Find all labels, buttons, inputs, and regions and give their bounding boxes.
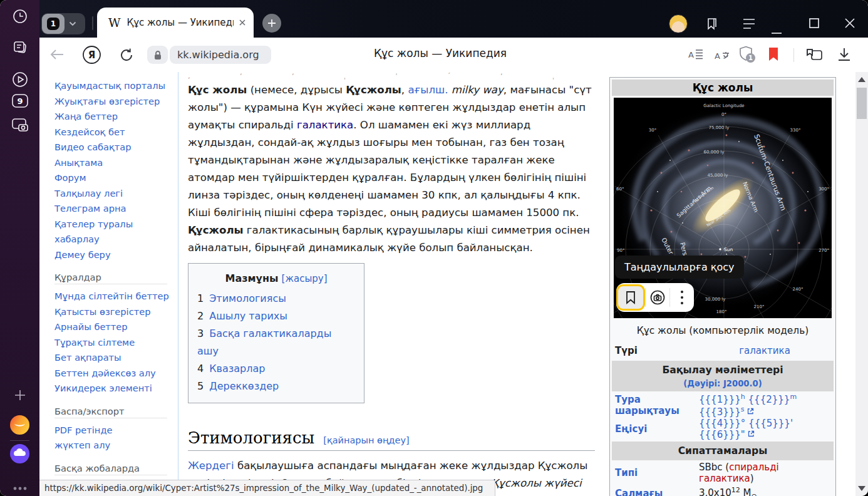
reader-mode-icon[interactable]: A xyxy=(688,48,703,63)
yandex-button[interactable]: Я xyxy=(82,45,101,67)
nav-link[interactable]: Форум xyxy=(54,170,181,186)
browser-toolbar: Я kk.wikipedia.org Құс жолы — Уикипедия … xyxy=(39,38,868,72)
translate-icon[interactable]: A xyxy=(715,48,731,63)
nav-link[interactable]: Уикидерек элементі xyxy=(54,381,181,396)
nav-link[interactable]: Кездейсоқ бет xyxy=(54,125,181,140)
row-label-link[interactable]: Тура шарықтауы xyxy=(615,394,693,416)
tabs-counter-icon[interactable]: 9 xyxy=(0,90,39,112)
edit-section-link[interactable]: [қайнарын өңдеу] xyxy=(323,435,409,445)
external-link-icon[interactable] xyxy=(748,430,755,437)
toc-item: 3Басқа галактикаларды ашу xyxy=(197,325,355,360)
scroll-down-arrow[interactable] xyxy=(858,486,865,491)
history-icon[interactable] xyxy=(0,5,39,28)
reload-button[interactable] xyxy=(118,47,135,66)
section-heading: Этимологиясы[қайнарын өңдеу] xyxy=(188,428,595,451)
galaxy-ring-label: 60,000 ly xyxy=(704,150,725,155)
bookmark-icon xyxy=(625,291,636,304)
galaxy-label: 60° xyxy=(616,187,624,192)
nav-section-tools: Құралдар xyxy=(54,272,167,284)
maximize-button[interactable] xyxy=(809,18,820,31)
galaxy-label: 210° xyxy=(754,304,765,309)
toc-hide-link[interactable]: [жасыру] xyxy=(282,273,328,284)
downloads-icon[interactable] xyxy=(837,48,851,65)
tab-panel-icon[interactable] xyxy=(805,47,824,66)
nav-link[interactable]: PDF ретінде жүктеп алу xyxy=(54,423,150,453)
nav-link[interactable]: Анықтама xyxy=(54,155,181,171)
tab-close-icon[interactable] xyxy=(239,19,246,26)
add-to-favorites-tooltip: Таңдаулыларға қосу xyxy=(615,256,744,279)
yandex-disk-icon[interactable] xyxy=(0,442,39,465)
nav-link[interactable]: Қателер туралы хабарлау xyxy=(54,217,150,247)
close-button[interactable] xyxy=(844,17,856,32)
mass-unit: M xyxy=(743,487,752,496)
browser-tab-active[interactable]: W Құс жолы — Уикипедия xyxy=(97,8,254,38)
site-security-lock[interactable] xyxy=(147,46,168,64)
toc-link[interactable]: Дереккөздер xyxy=(209,380,279,392)
adblock-shield-icon[interactable]: 1 xyxy=(738,46,753,65)
mass-exponent: 12 xyxy=(731,486,740,494)
nav-link[interactable]: Талқылау легі xyxy=(54,186,181,202)
epoch-link[interactable]: (Дәуірі: J2000.0) xyxy=(612,378,834,390)
toc-link[interactable]: Этимологиясы xyxy=(209,292,286,304)
row-label-link[interactable]: Еңісуі xyxy=(615,423,693,435)
toc-item: 5Дереккөздер xyxy=(197,378,355,395)
row-label-link[interactable]: Типі xyxy=(615,467,693,478)
scrollbar-thumb[interactable] xyxy=(857,88,867,119)
minimize-button[interactable] xyxy=(771,25,782,37)
external-link-icon[interactable] xyxy=(747,408,754,415)
toc-link[interactable]: Ашылу тарихы xyxy=(209,310,287,322)
wiki-link-visited[interactable]: галактика xyxy=(297,119,353,131)
nav-link[interactable]: Қауымдастық порталы xyxy=(54,78,181,94)
tab-group-chip[interactable]: 1 xyxy=(41,13,85,34)
bookmark-flag-icon[interactable] xyxy=(768,48,778,64)
screenshot-icon[interactable] xyxy=(0,114,39,137)
menu-icon[interactable] xyxy=(742,18,756,32)
bookmarks-panel-icon[interactable] xyxy=(705,16,720,34)
galaxy-sun-label: Sun xyxy=(724,247,733,252)
image-more-button[interactable] xyxy=(670,283,694,312)
back-button[interactable] xyxy=(49,48,65,63)
notes-icon[interactable] xyxy=(0,36,39,58)
tabs-count-badge: 9 xyxy=(17,96,23,106)
toc-link[interactable]: Басқа галактикаларды ашу xyxy=(197,328,331,357)
galaxy-link[interactable]: галактика xyxy=(739,345,790,356)
kebab-menu-icon xyxy=(680,290,684,305)
address-bar[interactable]: kk.wikipedia.org xyxy=(170,46,271,64)
nav-link[interactable]: Демеу беру xyxy=(54,247,181,263)
nav-link[interactable]: Бет ақпараты xyxy=(54,350,181,366)
nav-link[interactable]: Тұрақты сілтеме xyxy=(54,335,181,351)
wiki-link[interactable]: ағылш. xyxy=(408,84,448,96)
nav-link[interactable]: Жуықтағы өзгерістер xyxy=(54,94,181,110)
galaxy-label: 300° xyxy=(819,187,829,192)
svg-text:A: A xyxy=(688,50,694,59)
nav-link[interactable]: Жаңа беттер xyxy=(54,109,181,125)
infobox-row-morphtype: Типі SBbc (спиральді галактика) xyxy=(611,462,834,484)
add-panel-icon[interactable] xyxy=(0,384,39,406)
nav-link[interactable]: Беттен дәйексөз алу xyxy=(54,366,181,381)
nav-link[interactable]: Мұнда сілтейтін беттер xyxy=(54,289,181,304)
nav-link[interactable]: Видео сабақтар xyxy=(54,140,181,155)
row-label-link[interactable]: Салмағы xyxy=(615,488,693,496)
toc-link[interactable]: Квазарлар xyxy=(209,363,265,375)
browser-sidebar: 9 xyxy=(0,0,39,496)
scroll-up-arrow[interactable] xyxy=(858,77,865,82)
galaxy-label: 0° xyxy=(721,112,726,117)
profile-avatar[interactable] xyxy=(669,14,688,33)
infobox-row-mass: Салмағы 3,0x1012 M⊙ xyxy=(611,484,834,496)
sidebar-more-icon[interactable] xyxy=(0,477,39,496)
video-icon[interactable] xyxy=(0,68,39,91)
save-image-button[interactable] xyxy=(616,284,645,311)
toc-title: Мазмұны xyxy=(225,272,278,284)
toc-number: 2 xyxy=(197,310,204,322)
new-tab-button[interactable] xyxy=(262,14,281,33)
yandex-mail-icon[interactable] xyxy=(0,413,39,436)
nav-link[interactable]: Қатысты өзгерістер xyxy=(54,304,181,320)
wiki-link[interactable]: Жердегі xyxy=(188,460,234,472)
search-by-image-button[interactable] xyxy=(646,283,669,312)
nav-link[interactable]: Телеграм арна xyxy=(54,201,181,217)
characteristics-header: Сипаттамалары xyxy=(612,442,834,460)
infobox-image[interactable]: Galactic Longitude 0° 30° 330° 60° 300° … xyxy=(614,98,832,318)
page-content: Қауымдастық порталы Жуықтағы өзгерістер … xyxy=(39,72,855,496)
nav-link[interactable]: Арнайы беттер xyxy=(54,319,181,335)
scrollbar[interactable] xyxy=(855,72,868,496)
